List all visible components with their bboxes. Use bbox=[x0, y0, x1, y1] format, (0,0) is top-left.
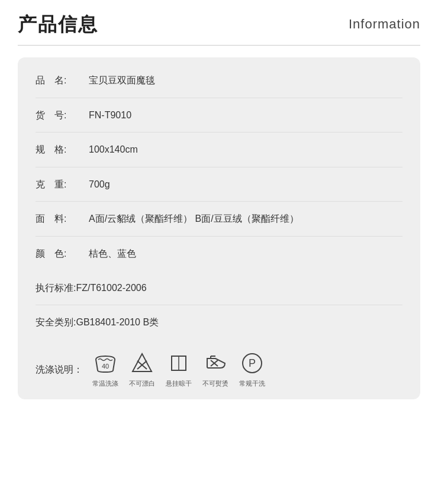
hang-dry-icon bbox=[166, 350, 192, 376]
field-value-2: 100x140cm bbox=[89, 142, 402, 157]
standard-label-0: 执行标准: bbox=[36, 280, 76, 296]
wash-icon-caption-3: 不可熨烫 bbox=[202, 379, 228, 389]
field-value-0: 宝贝豆双面魔毯 bbox=[89, 73, 402, 88]
standard-value-1: GB18401-2010 B类 bbox=[76, 315, 159, 330]
wash-icon-item-2: 悬挂晾干 bbox=[166, 350, 192, 389]
svg-text:40: 40 bbox=[102, 363, 109, 370]
no-iron-icon bbox=[202, 350, 228, 376]
label-block-5: 颜色: bbox=[36, 246, 89, 261]
label-block-1: 货号: bbox=[36, 108, 89, 123]
wash-icon-caption-4: 常规干洗 bbox=[239, 379, 265, 389]
info-row-0: 品名:宝贝豆双面魔毯 bbox=[36, 63, 402, 98]
page-title-en: Information bbox=[349, 12, 420, 32]
info-row-1: 货号:FN-T9010 bbox=[36, 98, 402, 133]
page-title-cn: 产品信息 bbox=[18, 12, 98, 38]
svg-text:P: P bbox=[249, 357, 256, 369]
wash-icon-item-1: 不可漂白 bbox=[129, 350, 155, 389]
wash-icon-caption-1: 不可漂白 bbox=[129, 379, 155, 389]
info-row-2: 规格:100x140cm bbox=[36, 133, 402, 167]
field-value-5: 桔色、蓝色 bbox=[89, 246, 402, 261]
field-value-1: FN-T9010 bbox=[89, 108, 402, 123]
wash40-icon: 40 bbox=[92, 350, 118, 376]
dry-clean-icon: P bbox=[239, 350, 265, 376]
wash-icon-item-3: 不可熨烫 bbox=[202, 350, 228, 389]
page-header: 产品信息 Information bbox=[18, 12, 420, 46]
info-row-3: 克重:700g bbox=[36, 167, 402, 202]
wash-icon-item-0: 40常温洗涤 bbox=[92, 350, 118, 389]
no-bleach-icon bbox=[129, 350, 155, 376]
wash-icon-item-4: P常规干洗 bbox=[239, 350, 265, 389]
field-value-3: 700g bbox=[89, 177, 402, 192]
standard-label-1: 安全类别: bbox=[36, 315, 76, 330]
label-block-4: 面料: bbox=[36, 211, 89, 227]
washing-label: 洗涤说明： bbox=[36, 362, 83, 377]
field-value-4: A面/云貂绒（聚酯纤维） B面/豆豆绒（聚酯纤维） bbox=[89, 211, 402, 227]
standard-row-0: 执行标准:FZ/T61002-2006 bbox=[36, 271, 402, 306]
label-block-0: 品名: bbox=[36, 73, 89, 88]
svg-marker-1 bbox=[133, 354, 152, 371]
standard-value-0: FZ/T61002-2006 bbox=[76, 280, 146, 296]
standard-row-1: 安全类别:GB18401-2010 B类 bbox=[36, 305, 402, 340]
info-card: 品名:宝贝豆双面魔毯货号:FN-T9010规格:100x140cm克重:700g… bbox=[18, 57, 420, 399]
wash-icon-caption-0: 常温洗涤 bbox=[92, 379, 118, 389]
washing-icons: 40常温洗涤不可漂白悬挂晾干不可熨烫P常规干洗 bbox=[92, 350, 265, 389]
info-row-4: 面料:A面/云貂绒（聚酯纤维） B面/豆豆绒（聚酯纤维） bbox=[36, 202, 402, 237]
wash-icon-caption-2: 悬挂晾干 bbox=[166, 379, 192, 389]
washing-row: 洗涤说明： 40常温洗涤不可漂白悬挂晾干不可熨烫P常规干洗 bbox=[36, 340, 402, 394]
label-block-2: 规格: bbox=[36, 142, 89, 157]
info-row-5: 颜色:桔色、蓝色 bbox=[36, 237, 402, 271]
label-block-3: 克重: bbox=[36, 177, 89, 192]
